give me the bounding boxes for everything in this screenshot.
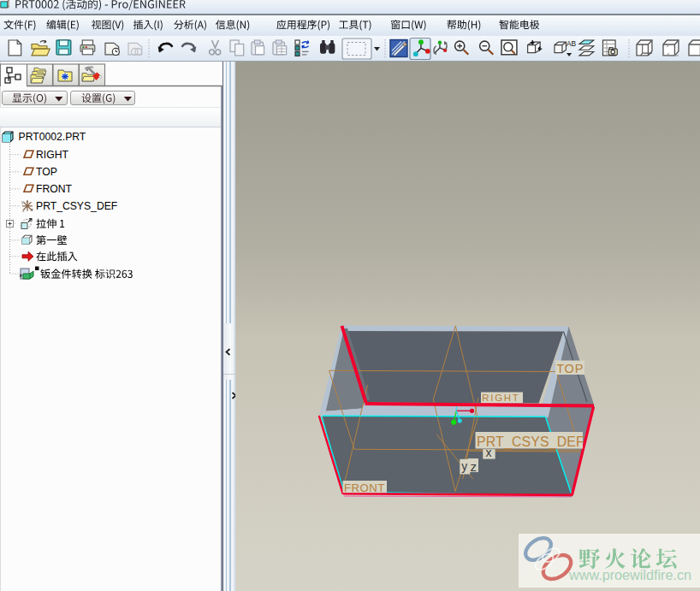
svg-text:www.proewildfire.cn: www.proewildfire.cn xyxy=(568,567,691,582)
svg-text:TOP: TOP xyxy=(556,362,584,375)
svg-text:TOP: TOP xyxy=(36,166,57,178)
svg-text:y: y xyxy=(21,199,24,204)
svg-text:PRT_CSYS_DEF: PRT_CSYS_DEF xyxy=(36,200,117,212)
svg-text:PRT0002.PRT: PRT0002.PRT xyxy=(19,131,86,143)
svg-text:FRONT: FRONT xyxy=(344,482,385,494)
svg-text:RIGHT: RIGHT xyxy=(36,149,68,161)
svg-text:PRT_CSYS_DEF: PRT_CSYS_DEF xyxy=(477,434,584,450)
svg-text:z: z xyxy=(471,459,478,474)
svg-text:RIGHT: RIGHT xyxy=(482,393,519,403)
svg-text:AB: AB xyxy=(567,39,577,48)
svg-text:x: x xyxy=(486,446,492,459)
svg-text:FRONT: FRONT xyxy=(36,183,73,195)
svg-text:y: y xyxy=(461,459,467,473)
